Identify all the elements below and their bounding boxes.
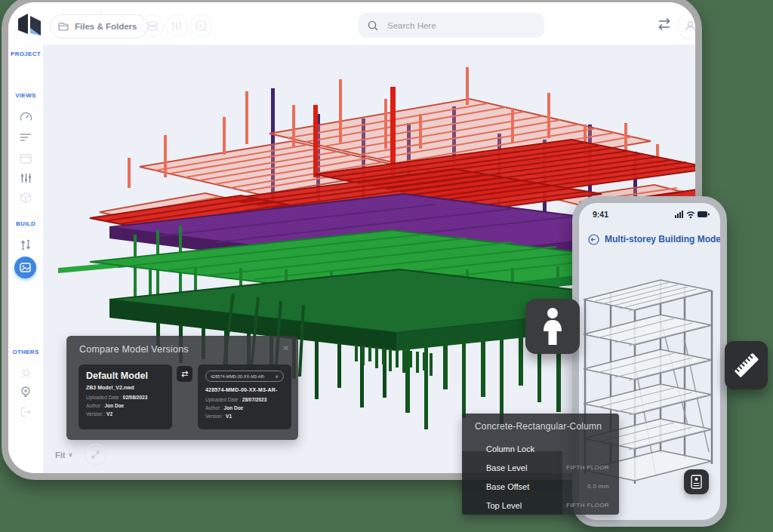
swap-models-button[interactable]: ⇄: [177, 366, 192, 382]
back-arrow-icon: [588, 234, 599, 245]
sort-lines-icon: [20, 133, 32, 142]
property-row[interactable]: Top Level FIFTH FLOOR: [486, 496, 609, 515]
sidebar: PROJECT VIEWS: [8, 45, 43, 473]
sidebar-section-views: VIEWS: [8, 92, 43, 99]
fit-dropdown[interactable]: Fit ∨: [55, 451, 72, 460]
battery-icon: [698, 211, 710, 217]
default-model-card: Default Model ZB3 Model_V2.nwd Uploaded …: [79, 364, 172, 429]
column-panel-rows: Column Lock Base Level FIFTH FLOOR Base …: [486, 439, 609, 515]
screen-image-icon: [20, 263, 31, 272]
ruler-icon: [730, 349, 763, 382]
sidebar-item-3d-model[interactable]: [15, 189, 36, 207]
sidebar-item-ideas[interactable]: [15, 383, 36, 401]
column-panel-title: Concrete-Rectangular-Column: [475, 421, 602, 432]
status-icons: [675, 210, 710, 219]
gear-icon: [20, 367, 32, 379]
phone-header: Multi-storey Building Model... ⋮: [579, 230, 720, 248]
search-bar: [359, 13, 544, 38]
default-model-title: Default Model: [86, 371, 165, 381]
property-row[interactable]: Column Lock: [486, 439, 609, 458]
sidebar-item-logout[interactable]: [15, 403, 36, 421]
uploaded-date-label: Uploaded Date :: [86, 395, 122, 400]
analytics-button[interactable]: [189, 14, 212, 37]
uploaded-date-label: Uploaded Date :: [205, 397, 241, 402]
layers-icon: [147, 21, 158, 31]
property-value: FIFTH FLOOR: [566, 502, 609, 509]
property-label: Base Offset: [486, 482, 529, 491]
folder-icon: [58, 22, 69, 31]
compare-arrows-icon: [20, 239, 31, 251]
phone-status-bar: 9:41: [579, 209, 720, 221]
files-folders-label: Files & Folders: [75, 22, 137, 31]
walkthrough-button[interactable]: [525, 299, 580, 354]
measure-button[interactable]: [725, 341, 768, 389]
avatar[interactable]: [8, 473, 36, 480]
swap-icon: ⇄: [181, 369, 188, 379]
property-row[interactable]: Base Offset 0.0 mm: [486, 477, 609, 496]
profile-icon: [685, 20, 696, 32]
compare-panel-title: Compare Model Versions: [79, 344, 189, 355]
sidebar-item-list-views[interactable]: [15, 128, 36, 146]
close-icon[interactable]: ×: [282, 341, 289, 354]
property-label: Base Level: [486, 463, 527, 472]
version-label: Version :: [205, 414, 224, 419]
sidebar-section-build: BUILD: [8, 220, 43, 227]
filters-button[interactable]: [165, 14, 188, 37]
column-properties-panel: Concrete-Rectangular-Column Column Lock …: [462, 414, 619, 515]
search-input[interactable]: [386, 20, 502, 31]
uploaded-date-value: 28/07/2023: [242, 397, 267, 402]
fullscreen-button[interactable]: [85, 444, 106, 466]
author-label: Author :: [86, 403, 103, 408]
compare-model-card: 428574-MMD-00-XX-M3-AR- ∨ 428574-MMD-00-…: [198, 364, 291, 429]
layers-button[interactable]: [141, 14, 164, 37]
topbar: Files & Folders: [8, 2, 695, 45]
lightbulb-icon: [20, 386, 31, 398]
sidebar-item-adjust[interactable]: [15, 169, 36, 187]
viewer-bottom-bar: Fit ∨: [55, 444, 106, 466]
sidebar-item-render-view-active[interactable]: [14, 257, 36, 278]
profile-button[interactable]: [677, 13, 702, 39]
properties-panel-button[interactable]: [684, 469, 709, 494]
fit-label: Fit: [55, 451, 65, 460]
dropdown-value: 428574-MMD-00-XX-M3-AR-: [211, 374, 265, 379]
page: Files & Folders: [0, 0, 773, 532]
model-version-dropdown[interactable]: 428574-MMD-00-XX-M3-AR- ∨: [205, 371, 284, 382]
vertical-sliders-icon: [20, 173, 32, 183]
sidebar-item-compare[interactable]: [15, 235, 36, 254]
chevron-down-icon: ∨: [68, 451, 72, 458]
phone-time: 9:41: [593, 210, 608, 219]
expand-icon: [91, 451, 100, 459]
wifi-icon: [687, 212, 694, 218]
sidebar-item-archive[interactable]: [15, 149, 36, 168]
app-logo-icon: [17, 13, 43, 37]
compare-versions-panel: Compare Model Versions × Default Model Z…: [66, 336, 298, 440]
author-label: Author :: [205, 405, 223, 411]
files-folders-button[interactable]: Files & Folders: [50, 14, 148, 38]
version-value: V2: [106, 411, 112, 417]
uploaded-date-value: 02/08/2023: [123, 395, 148, 400]
back-button[interactable]: [588, 234, 599, 245]
signal-icon: [675, 211, 683, 218]
version-value: V1: [226, 414, 232, 419]
author-value: Jon Doe: [105, 403, 125, 408]
logout-icon: [20, 407, 32, 417]
sliders-icon: [171, 21, 182, 31]
person-icon: [539, 307, 566, 346]
version-label: Version :: [86, 411, 105, 417]
property-value: 0.0 mm: [587, 483, 609, 490]
chevron-down-icon: ∨: [276, 374, 279, 379]
sidebar-section-project: PROJECT: [8, 51, 43, 57]
speedometer-icon: [20, 111, 32, 122]
default-model-file: ZB3 Model_V2.nwd: [86, 385, 165, 390]
cube-icon: [20, 192, 32, 204]
sidebar-section-others: OTHERS: [8, 349, 43, 355]
compare-model-title: 428574-MMD-00-XX-M3-AR-: [205, 387, 284, 392]
phone-model-title: Multi-storey Building Model...: [605, 234, 727, 244]
chart-icon: [196, 20, 206, 31]
property-row[interactable]: Base Level FIFTH FLOOR: [486, 458, 609, 477]
property-label: Top Level: [486, 501, 522, 510]
sidebar-item-dashboard[interactable]: [15, 107, 36, 125]
swap-views-icon[interactable]: [656, 17, 673, 31]
property-label: Column Lock: [486, 444, 534, 454]
sidebar-item-settings[interactable]: [15, 364, 36, 382]
